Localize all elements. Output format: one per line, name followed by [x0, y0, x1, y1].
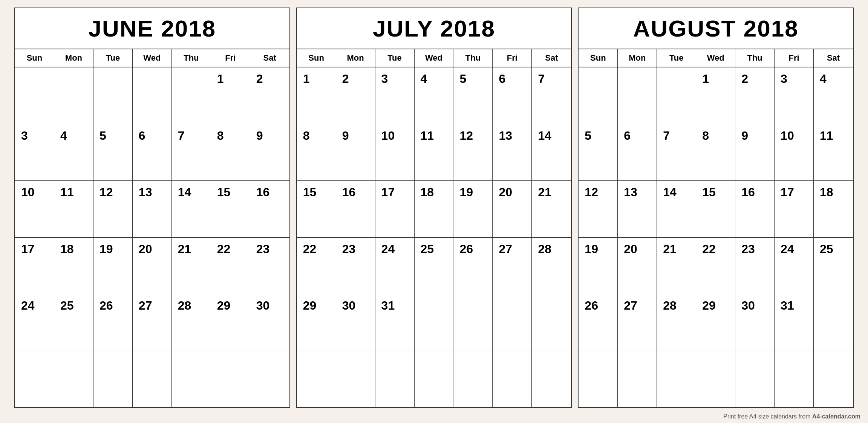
day-cell-2-1-0: 5 [579, 124, 618, 181]
day-cell-2-3-2: 21 [657, 238, 696, 294]
day-cell-1-3-2: 24 [375, 238, 415, 294]
day-cell-1-5-6 [532, 351, 571, 408]
day-cell-0-4-4: 28 [172, 294, 211, 351]
week-row-2-2: 12131415161718 [579, 181, 853, 238]
week-row-2-0: 1234 [579, 67, 853, 124]
day-cell-0-1-6: 9 [250, 124, 289, 181]
day-header-thu: Thu [172, 49, 211, 67]
day-cell-1-2-5: 20 [493, 181, 532, 237]
day-cell-2-1-4: 9 [735, 124, 775, 181]
day-cell-0-5-4 [172, 351, 211, 408]
day-cell-0-1-2: 5 [93, 124, 133, 181]
week-row-2-1: 567891011 [579, 124, 853, 181]
day-cell-0-0-3 [133, 67, 172, 124]
day-cell-0-4-6: 30 [250, 294, 289, 351]
day-cell-2-3-5: 24 [775, 238, 814, 294]
week-row-0-4: 24252627282930 [15, 294, 289, 351]
day-cell-0-2-3: 13 [133, 181, 172, 237]
day-cell-2-4-1: 27 [618, 294, 657, 351]
day-cell-0-1-1: 4 [54, 124, 93, 181]
day-header-wed: Wed [133, 49, 172, 67]
weeks-container-august: 1234567891011121314151617181920212223242… [579, 67, 853, 407]
day-header-mon: Mon [336, 49, 375, 67]
day-cell-2-5-4 [735, 351, 775, 408]
day-header-sat: Sat [814, 49, 853, 67]
day-cell-2-5-3 [696, 351, 735, 408]
day-cell-1-3-3: 25 [415, 238, 454, 294]
day-header-sun: Sun [579, 49, 618, 67]
day-cell-1-2-1: 16 [336, 181, 375, 237]
day-cell-0-5-0 [15, 351, 54, 408]
day-cell-0-3-3: 20 [133, 238, 172, 294]
day-cell-0-4-0: 24 [15, 294, 54, 351]
day-cell-0-5-2 [93, 351, 133, 408]
day-cell-2-1-5: 10 [775, 124, 814, 181]
day-cell-1-1-6: 14 [532, 124, 571, 181]
day-cell-1-1-2: 10 [375, 124, 415, 181]
day-cell-0-5-1 [54, 351, 93, 408]
day-cell-1-1-1: 9 [336, 124, 375, 181]
day-cell-1-3-5: 27 [493, 238, 532, 294]
week-row-0-1: 3456789 [15, 124, 289, 181]
day-cell-0-1-5: 8 [211, 124, 250, 181]
day-cell-2-3-6: 25 [814, 238, 853, 294]
day-cell-0-2-0: 10 [15, 181, 54, 237]
day-cell-2-0-1 [618, 67, 657, 124]
day-cell-2-3-3: 22 [696, 238, 735, 294]
day-cell-2-4-3: 29 [696, 294, 735, 351]
day-header-wed: Wed [415, 49, 454, 67]
day-cell-1-0-5: 6 [493, 67, 532, 124]
day-cell-0-3-5: 22 [211, 238, 250, 294]
day-header-sun: Sun [15, 49, 54, 67]
day-cell-2-3-0: 19 [579, 238, 618, 294]
day-cell-1-5-1 [336, 351, 375, 408]
day-cell-0-5-6 [250, 351, 289, 408]
day-cell-2-5-1 [618, 351, 657, 408]
day-header-tue: Tue [375, 49, 415, 67]
day-cell-1-5-4 [453, 351, 493, 408]
day-cell-2-2-0: 12 [579, 181, 618, 237]
day-header-mon: Mon [618, 49, 657, 67]
day-cell-0-2-6: 16 [250, 181, 289, 237]
day-cell-0-1-3: 6 [133, 124, 172, 181]
calendar-grid-july: SunMonTueWedThuFriSat1234567891011121314… [297, 49, 571, 407]
day-cell-2-3-4: 23 [735, 238, 775, 294]
day-cell-2-5-2 [657, 351, 696, 408]
day-cell-2-1-1: 6 [618, 124, 657, 181]
day-cell-1-1-3: 11 [415, 124, 454, 181]
day-cell-2-1-6: 11 [814, 124, 853, 181]
day-cell-2-1-3: 8 [696, 124, 735, 181]
calendars-wrapper: JUNE 2018SunMonTueWedThuFriSat1234567891… [11, 8, 857, 408]
day-header-thu: Thu [453, 49, 493, 67]
day-header-tue: Tue [93, 49, 133, 67]
day-cell-2-0-3: 1 [696, 67, 735, 124]
calendar-title-july: JULY 2018 [297, 8, 571, 49]
day-cell-1-5-5 [493, 351, 532, 408]
week-row-2-4: 262728293031 [579, 294, 853, 351]
day-cell-0-2-4: 14 [172, 181, 211, 237]
day-header-thu: Thu [735, 49, 775, 67]
week-row-1-5 [297, 351, 571, 408]
week-row-1-3: 22232425262728 [297, 238, 571, 295]
week-row-0-0: 12 [15, 67, 289, 124]
calendar-august: AUGUST 2018SunMonTueWedThuFriSat12345678… [578, 8, 854, 408]
day-cell-0-4-5: 29 [211, 294, 250, 351]
weeks-container-july: 1234567891011121314151617181920212223242… [297, 67, 571, 407]
calendar-june: JUNE 2018SunMonTueWedThuFriSat1234567891… [14, 8, 290, 408]
day-cell-1-0-2: 3 [375, 67, 415, 124]
day-cell-1-4-0: 29 [297, 294, 336, 351]
day-header-mon: Mon [54, 49, 93, 67]
day-cell-1-0-6: 7 [532, 67, 571, 124]
day-cell-2-2-4: 16 [735, 181, 775, 237]
day-cell-0-2-5: 15 [211, 181, 250, 237]
weeks-container-june: 1234567891011121314151617181920212223242… [15, 67, 289, 407]
day-cell-1-1-4: 12 [453, 124, 493, 181]
day-cell-2-3-1: 20 [618, 238, 657, 294]
day-cell-0-3-0: 17 [15, 238, 54, 294]
day-cell-1-3-1: 23 [336, 238, 375, 294]
day-cell-2-4-0: 26 [579, 294, 618, 351]
calendar-title-august: AUGUST 2018 [579, 8, 853, 49]
day-cell-1-4-4 [453, 294, 493, 351]
day-cell-2-0-6: 4 [814, 67, 853, 124]
day-cell-2-5-5 [775, 351, 814, 408]
